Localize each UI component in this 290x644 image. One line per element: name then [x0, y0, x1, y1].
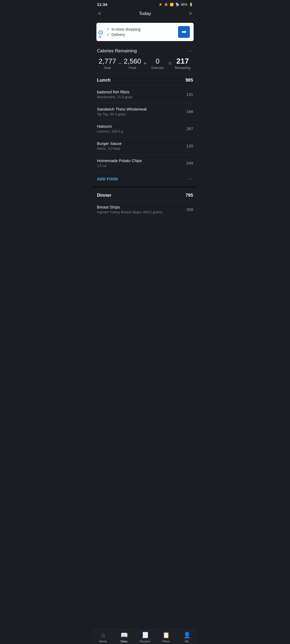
status-time: 11:34 — [97, 2, 107, 7]
nav-item-recipes[interactable]: 🧾 Recipes — [137, 632, 153, 643]
nav-item-me[interactable]: 👤 Me — [179, 632, 195, 643]
food-detail: 1.5 oz — [97, 164, 183, 168]
calories-exercise: 0 Exercise — [147, 57, 168, 70]
dinner-header: Dinner 795 — [93, 189, 197, 201]
calories-title: Calories Remaining — [97, 48, 137, 54]
calories-food-label: Food — [122, 66, 143, 70]
calories-goal: 2,777 Goal — [97, 57, 118, 70]
calories-header: Calories Remaining ··· — [97, 48, 193, 54]
calories-goal-value: 2,777 — [97, 57, 118, 65]
nav-label-plans: Plans — [162, 640, 170, 643]
ad-content: ✓ In-store shopping ✓ Delivery — [107, 27, 140, 37]
food-name: Haloumi — [97, 124, 183, 129]
calories-remaining-label: Remaining — [172, 66, 193, 70]
wifi-icon: 📶 — [170, 3, 174, 6]
battery-icon: 🔋 — [189, 3, 193, 6]
recipes-icon: 🧾 — [142, 632, 149, 639]
ad-info-icon[interactable]: i — [99, 30, 103, 35]
food-detail: Woolworths, 71.0 gram — [97, 95, 183, 99]
volume-icon: 🔇 — [164, 3, 168, 6]
calories-more-button[interactable]: ··· — [187, 48, 193, 54]
lunch-food-item-4[interactable]: Burger Sauce Heinz, 3.0 tbsp 120 — [93, 137, 197, 154]
next-day-button[interactable]: > — [189, 10, 192, 17]
food-detail: Heinz, 3.0 tbsp — [97, 147, 183, 151]
ad-check-1: ✓ — [107, 27, 110, 31]
status-icons: ⚡ 🔇 📶 📡 86% 🔋 — [158, 3, 193, 6]
food-detail: Lemnos, 100.0 g — [97, 129, 183, 133]
calories-row: 2,777 Goal − 2,560 Food + 0 Exercise = 2… — [97, 57, 193, 70]
ad-text-1: In-store shopping — [111, 27, 140, 31]
add-food-button[interactable]: ADD FOOD — [97, 177, 118, 181]
nav-label-me: Me — [185, 640, 189, 643]
nav-item-plans[interactable]: 📋 Plans — [158, 632, 174, 643]
food-detail: Ingham Turkey Breast Strips, 400.0 grams — [97, 210, 183, 214]
battery-percent: 86% — [181, 3, 187, 6]
food-calories: 249 — [186, 161, 193, 165]
calories-goal-label: Goal — [97, 66, 118, 70]
food-name: battered fish fillets — [97, 90, 183, 94]
lunch-food-item-5[interactable]: Homemade Potato Chips 1.5 oz 249 — [93, 154, 197, 171]
ad-text-2: Delivery — [111, 32, 125, 37]
lunch-food-item-2[interactable]: Sandwich Thins Wholemeal Tip Top, 80.0 g… — [93, 103, 197, 120]
diary-icon: 📖 — [121, 632, 128, 639]
calories-section: Calories Remaining ··· 2,777 Goal − 2,56… — [93, 44, 197, 74]
food-calories: 339 — [186, 207, 193, 212]
ad-close-icon[interactable]: ✕ — [99, 35, 103, 39]
lunch-food-item-1[interactable]: battered fish fillets Woolworths, 71.0 g… — [93, 86, 197, 103]
lunch-title: Lunch — [97, 78, 111, 83]
add-food-row[interactable]: ADD FOOD ··· — [93, 171, 197, 186]
nav-item-diary[interactable]: 📖 Diary — [116, 632, 132, 643]
add-food-more-button[interactable]: ··· — [187, 176, 193, 182]
home-icon: ⌂ — [101, 632, 105, 639]
food-calories: 287 — [186, 126, 193, 131]
current-day-title: Today — [139, 11, 151, 16]
bluetooth-icon: ⚡ — [158, 3, 162, 6]
calories-food-value: 2,560 — [122, 57, 143, 65]
minus-operator: − — [118, 60, 122, 67]
plus-operator: + — [143, 60, 147, 67]
nav-header: < Today > — [93, 8, 197, 20]
nav-label-home: Home — [99, 640, 107, 643]
equals-operator: = — [168, 60, 172, 67]
dinner-calories: 795 — [186, 193, 193, 198]
prev-day-button[interactable]: < — [98, 10, 101, 17]
lunch-food-item-3[interactable]: Haloumi Lemnos, 100.0 g 287 — [93, 120, 197, 137]
dinner-title: Dinner — [97, 193, 111, 198]
ad-logo-icon: ➡ — [178, 26, 190, 38]
calories-exercise-label: Exercise — [147, 66, 168, 70]
signal-icon: 📡 — [175, 3, 179, 6]
calories-remaining-value: 217 — [172, 57, 193, 65]
food-calories: 198 — [186, 109, 193, 114]
food-calories: 131 — [186, 92, 193, 97]
status-bar: 11:34 ⚡ 🔇 📶 📡 86% 🔋 — [93, 0, 197, 8]
nav-item-home[interactable]: ⌂ Home — [95, 632, 111, 643]
section-divider — [93, 186, 197, 189]
nav-label-recipes: Recipes — [140, 640, 150, 643]
lunch-calories: 985 — [186, 78, 193, 83]
lunch-header: Lunch 985 — [93, 74, 197, 86]
ad-banner[interactable]: i ✕ ✓ In-store shopping ✓ Delivery ➡ — [96, 23, 194, 41]
dinner-food-item-1[interactable]: Breast Strips Ingham Turkey Breast Strip… — [93, 201, 197, 218]
food-name: Homemade Potato Chips — [97, 158, 183, 163]
food-name: Burger Sauce — [97, 141, 183, 146]
calories-exercise-value: 0 — [147, 57, 168, 65]
food-name: Sandwich Thins Wholemeal — [97, 107, 183, 111]
nav-label-diary: Diary — [121, 640, 128, 643]
me-icon: 👤 — [183, 632, 191, 639]
calories-remaining: 217 Remaining — [172, 57, 193, 70]
food-detail: Tip Top, 80.0 gram — [97, 112, 183, 116]
food-calories: 120 — [186, 144, 193, 148]
plans-icon: 📋 — [162, 632, 170, 639]
calories-food: 2,560 Food — [122, 57, 143, 70]
ad-check-2: ✓ — [107, 32, 110, 37]
food-name: Breast Strips — [97, 205, 183, 209]
bottom-navigation: ⌂ Home 📖 Diary 🧾 Recipes 📋 Plans 👤 Me — [93, 629, 197, 644]
